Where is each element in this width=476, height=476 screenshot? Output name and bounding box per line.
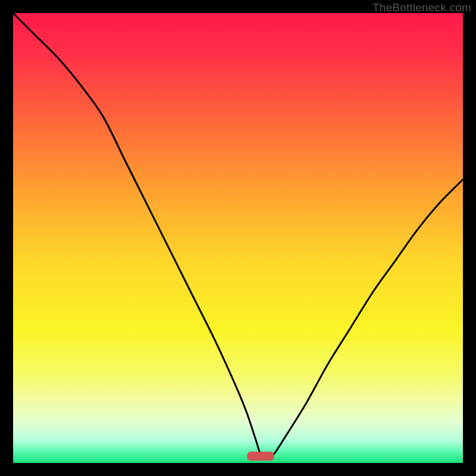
plot-area xyxy=(13,13,463,463)
chart-container: TheBottleneck.com xyxy=(0,0,476,476)
watermark-text: TheBottleneck.com xyxy=(372,1,471,14)
optimal-marker xyxy=(247,452,274,461)
bottleneck-chart xyxy=(0,0,476,476)
